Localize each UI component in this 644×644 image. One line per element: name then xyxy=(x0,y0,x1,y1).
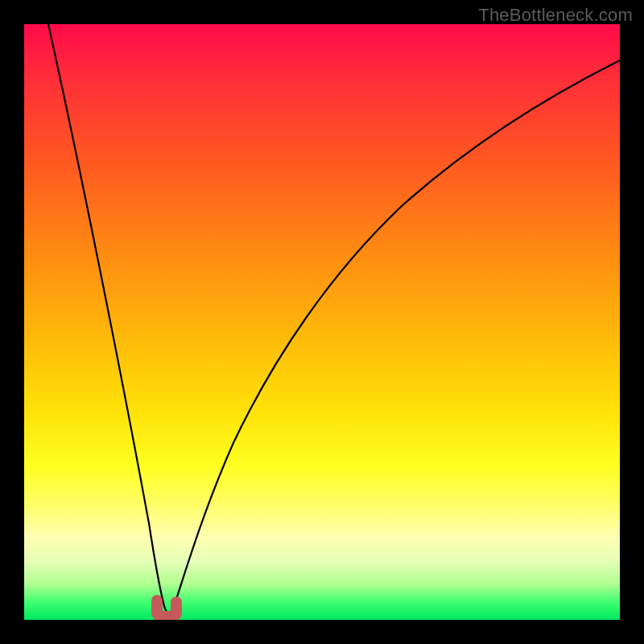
watermark-text: TheBottleneck.com xyxy=(478,5,633,26)
bottleneck-curve xyxy=(48,24,620,613)
chart-svg xyxy=(24,24,620,620)
optimal-marker xyxy=(157,601,176,617)
